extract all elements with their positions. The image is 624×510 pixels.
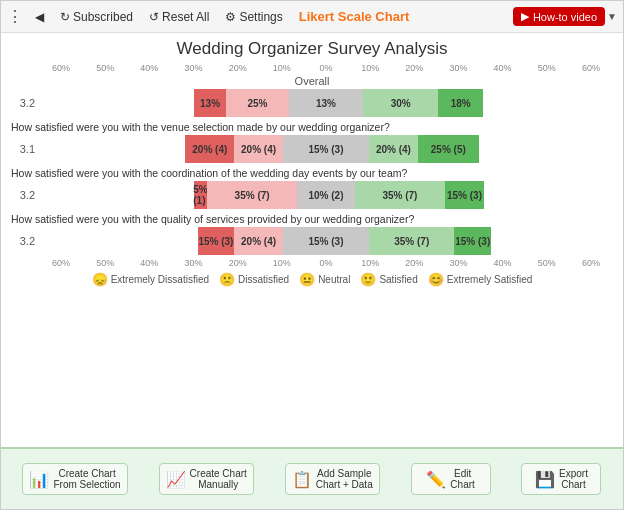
q1-bars: 20% (4) 20% (4) 15% (3) 20% (4) 25% (5) [39, 135, 613, 163]
face-neutral-icon: 😐 [299, 272, 315, 287]
face-ext-satisfied-icon: 😊 [428, 272, 444, 287]
overall-score: 3.2 [11, 97, 39, 109]
bar-dissatisfied-overall: 25% [226, 89, 288, 117]
q2-bar-dis: 35% (7) [207, 181, 297, 209]
q1-row: 3.1 20% (4) 20% (4) 15% (3) 20% (4) 25% … [11, 135, 613, 163]
export-chart-button[interactable]: 💾 Export Chart [521, 463, 601, 495]
q2-bar-neutral: 10% (2) [297, 181, 354, 209]
overall-row: 3.2 25% 13% 13% 30% 18% [11, 89, 613, 117]
q2-bar-sat: 35% (7) [355, 181, 445, 209]
q2-score: 3.2 [11, 189, 39, 201]
question-3: How satisfied were you with the quality … [11, 213, 613, 225]
bar-ext-satisfied-overall: 18% [438, 89, 483, 117]
question-2: How satisfied were you with the coordina… [11, 167, 613, 179]
q3-score: 3.2 [11, 235, 39, 247]
settings-button[interactable]: ⚙ Settings [221, 8, 286, 26]
youtube-icon: ▶ [521, 10, 529, 23]
refresh-icon: ↻ [60, 10, 70, 24]
face-dissatisfied-icon: 🙁 [219, 272, 235, 287]
question-1: How satisfied were you with the venue se… [11, 121, 613, 133]
howto-dropdown-arrow[interactable]: ▼ [607, 11, 617, 22]
q1-bar-sat: 20% (4) [369, 135, 418, 163]
create-manually-icon: 📈 [166, 470, 186, 489]
q3-bar-extdis: 15% (3) [198, 227, 235, 255]
bar-neutral-overall: 13% [289, 89, 364, 117]
axis-row: 60% 50% 40% 30% 20% 10% 0% 10% 20% 30% 4… [11, 63, 613, 73]
chart-area: Wedding Organizer Survey Analysis 60% 50… [1, 33, 623, 447]
chart-type-label: Likert Scale Chart [299, 9, 410, 24]
edit-chart-icon: ✏️ [426, 470, 446, 489]
bottom-axis-row: 60% 50% 40% 30% 20% 10% 0% 10% 20% 30% 4… [11, 258, 613, 268]
q2-bar-extsat: 15% (3) [445, 181, 484, 209]
q2-bars: 35% (7) 5%(1) 10% (2) 35% (7) 15% (3) [39, 181, 613, 209]
add-sample-chart-button[interactable]: 📋 Add Sample Chart + Data [285, 463, 380, 495]
q2-row: 3.2 35% (7) 5%(1) 10% (2) 35% (7) 15% (3… [11, 181, 613, 209]
q3-bar-dis: 20% (4) [234, 227, 283, 255]
bar-ext-dissatisfied-overall: 13% [194, 89, 226, 117]
q3-row: 3.2 20% (4) 15% (3) 15% (3) 35% (7) 15% … [11, 227, 613, 255]
chart-legend: 😞 Extremely Dissatisfied 🙁 Dissatisfied … [11, 272, 613, 287]
overall-label: Overall [11, 75, 613, 87]
howto-button[interactable]: ▶ How-to video [513, 7, 605, 26]
subscribed-button[interactable]: ↻ Subscribed [56, 8, 137, 26]
q3-bar-sat: 35% (7) [369, 227, 454, 255]
q1-score: 3.1 [11, 143, 39, 155]
q1-bar-extdis: 20% (4) [185, 135, 234, 163]
q1-bar-extsat: 25% (5) [418, 135, 479, 163]
back-button[interactable]: ◀ [31, 8, 48, 26]
edit-chart-button[interactable]: ✏️ Edit Chart [411, 463, 491, 495]
q2-bar-extdis: 5%(1) [194, 181, 207, 209]
settings-icon: ⚙ [225, 10, 236, 24]
sidebar-dots[interactable]: ⋮ [7, 7, 23, 26]
create-chart-manually-button[interactable]: 📈 Create Chart Manually [159, 463, 254, 495]
add-sample-icon: 📋 [292, 470, 312, 489]
reset-icon: ↺ [149, 10, 159, 24]
create-from-selection-icon: 📊 [29, 470, 49, 489]
q3-bar-neutral: 15% (3) [283, 227, 369, 255]
chart-title: Wedding Organizer Survey Analysis [11, 39, 613, 59]
q1-bar-neutral: 15% (3) [283, 135, 369, 163]
face-satisfied-icon: 🙂 [360, 272, 376, 287]
top-toolbar: ⋮ ◀ ↻ Subscribed ↺ Reset All ⚙ Settings … [1, 1, 623, 33]
legend-ext-dissatisfied: 😞 Extremely Dissatisfied [92, 272, 209, 287]
q3-bar-extsat: 15% (3) [454, 227, 491, 255]
legend-neutral: 😐 Neutral [299, 272, 350, 287]
legend-satisfied: 🙂 Satisfied [360, 272, 417, 287]
bar-satisfied-overall: 30% [363, 89, 438, 117]
export-chart-icon: 💾 [535, 470, 555, 489]
face-ext-dissatisfied-icon: 😞 [92, 272, 108, 287]
q3-bars: 20% (4) 15% (3) 15% (3) 35% (7) 15% (3) [39, 227, 613, 255]
q1-bar-dis: 20% (4) [234, 135, 283, 163]
create-chart-from-selection-button[interactable]: 📊 Create Chart From Selection [22, 463, 127, 495]
bottom-toolbar: 📊 Create Chart From Selection 📈 Create C… [1, 447, 623, 509]
reset-button[interactable]: ↺ Reset All [145, 8, 213, 26]
howto-container: ▶ How-to video ▼ [513, 7, 617, 26]
legend-ext-satisfied: 😊 Extremely Satisfied [428, 272, 533, 287]
legend-dissatisfied: 🙁 Dissatisfied [219, 272, 289, 287]
overall-bars: 25% 13% 13% 30% 18% [39, 89, 613, 117]
